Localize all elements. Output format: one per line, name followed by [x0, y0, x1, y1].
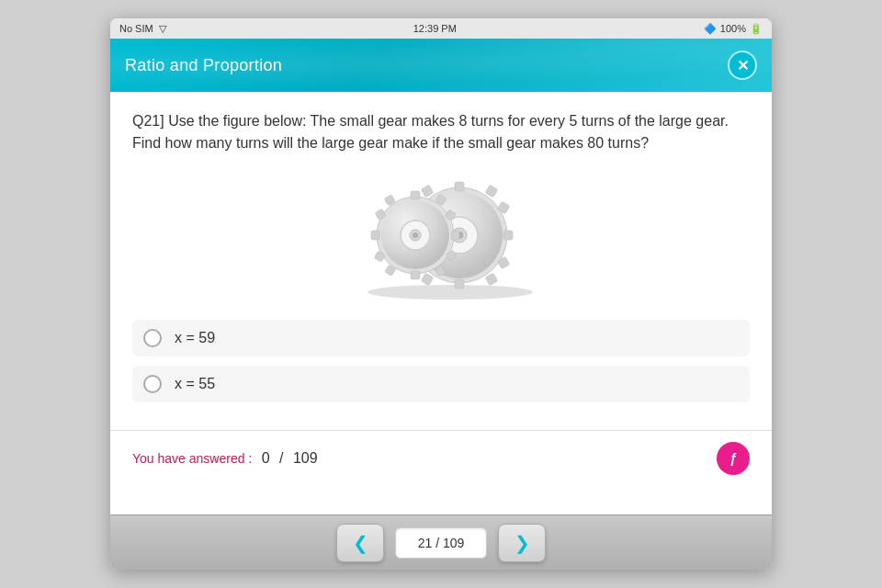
svg-rect-4	[503, 231, 513, 240]
option-radio-1[interactable]	[143, 329, 162, 347]
svg-rect-9	[421, 273, 434, 286]
svg-rect-7	[485, 273, 498, 286]
brand-icon: ƒ	[717, 442, 750, 475]
header: Ratio and Proportion ✕	[110, 39, 772, 92]
gear-illustration	[340, 173, 542, 301]
carrier-label: No SIM	[119, 23, 153, 34]
current-page: 21	[418, 536, 433, 550]
prev-button[interactable]: ❮	[336, 524, 384, 562]
brand-symbol: ƒ	[729, 451, 737, 466]
status-bar: No SIM ▽ 12:39 PM 🔷 100% 🔋	[110, 18, 772, 39]
svg-rect-6	[485, 185, 498, 198]
svg-rect-2	[455, 182, 464, 191]
next-icon: ❯	[514, 532, 530, 554]
svg-rect-8	[421, 185, 434, 198]
answered-label: You have answered :	[132, 451, 252, 466]
question-body: Use the figure below: The small gear mak…	[132, 113, 729, 151]
close-button[interactable]: ✕	[728, 51, 757, 80]
svg-rect-19	[411, 191, 420, 199]
option-label-2: x = 55	[175, 376, 215, 392]
bluetooth-icon: 🔷	[704, 23, 717, 35]
question-text: Q21] Use the figure below: The small gea…	[132, 110, 750, 154]
svg-rect-22	[371, 231, 379, 240]
options-area: x = 59 x = 55	[110, 320, 772, 430]
svg-point-0	[368, 285, 533, 300]
svg-rect-20	[411, 271, 420, 279]
time-display: 12:39 PM	[413, 23, 457, 34]
header-title: Ratio and Proportion	[125, 56, 282, 75]
total-pages: 109	[443, 536, 464, 550]
status-right: 🔷 100% 🔋	[704, 23, 763, 35]
main-content: Q21] Use the figure below: The small gea…	[110, 92, 772, 514]
answered-info: You have answered : 0 / 109	[132, 450, 318, 467]
page-separator: /	[435, 536, 443, 550]
svg-rect-3	[455, 279, 464, 288]
svg-rect-21	[451, 231, 459, 240]
option-row-1[interactable]: x = 59	[132, 320, 750, 356]
answered-current: 0	[262, 450, 270, 466]
next-button[interactable]: ❯	[498, 524, 546, 562]
navigation-bar: ❮ 21 / 109 ❯	[110, 514, 772, 570]
prev-icon: ❮	[353, 532, 368, 554]
answered-total: 109	[293, 450, 318, 466]
question-area: Q21] Use the figure below: The small gea…	[110, 92, 772, 164]
figure-area	[110, 164, 772, 320]
progress-area: You have answered : 0 / 109 ƒ	[110, 430, 772, 486]
status-left: No SIM ▽	[119, 23, 166, 35]
question-id: Q21]	[132, 113, 164, 129]
device-frame: No SIM ▽ 12:39 PM 🔷 100% 🔋 Ratio and Pro…	[110, 18, 772, 570]
option-label-1: x = 59	[175, 330, 215, 346]
signal-icon: ▽	[159, 23, 166, 35]
answered-row: You have answered : 0 / 109 ƒ	[132, 442, 750, 475]
close-icon: ✕	[737, 57, 749, 74]
page-indicator: 21 / 109	[395, 527, 487, 559]
option-row-2[interactable]: x = 55	[132, 366, 750, 402]
option-radio-2[interactable]	[143, 375, 162, 393]
answered-separator: /	[279, 450, 283, 466]
svg-point-34	[413, 232, 418, 238]
battery-icon: 🔋	[750, 23, 763, 35]
battery-label: 100%	[720, 23, 746, 34]
